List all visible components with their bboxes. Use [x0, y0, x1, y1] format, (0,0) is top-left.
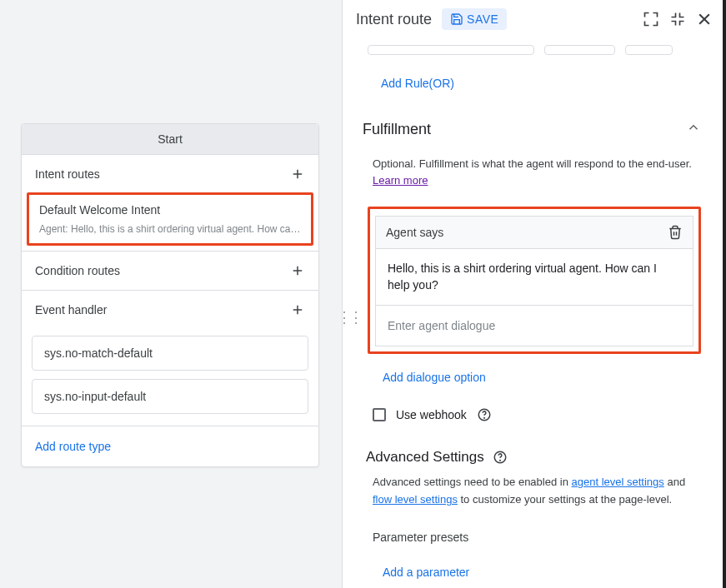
- flow-level-settings-link[interactable]: flow level settings: [373, 493, 458, 506]
- flow-card: Start Intent routes Default Welcome Inte…: [21, 123, 319, 467]
- event-no-match[interactable]: sys.no-match-default: [32, 336, 308, 371]
- rule-box[interactable]: [368, 45, 534, 55]
- save-button[interactable]: SAVE: [442, 8, 507, 30]
- param-presets-label: Parameter presets: [363, 519, 706, 554]
- add-rule-button[interactable]: Add Rule(OR): [381, 77, 454, 90]
- svg-point-9: [483, 418, 484, 419]
- advanced-settings-label: Advanced Settings: [366, 449, 484, 466]
- delete-icon[interactable]: [668, 225, 683, 240]
- help-icon[interactable]: [493, 450, 508, 465]
- agent-says-highlight: Agent says Hello, this is a shirt orderi…: [368, 207, 701, 354]
- intent-routes-section[interactable]: Intent routes: [22, 154, 318, 193]
- default-welcome-intent-item[interactable]: Default Welcome Intent Agent: Hello, thi…: [27, 192, 313, 246]
- panel-title: Intent route: [356, 11, 432, 28]
- rule-box[interactable]: [625, 45, 673, 55]
- use-webhook-label: Use webhook: [396, 408, 467, 421]
- agent-dialogue-input[interactable]: [376, 306, 693, 346]
- add-condition-route-icon[interactable]: [290, 263, 305, 278]
- flow-start-header[interactable]: Start: [22, 124, 318, 154]
- condition-routes-label: Condition routes: [35, 264, 120, 277]
- add-route-type-button[interactable]: Add route type: [22, 426, 318, 466]
- agent-response-text[interactable]: Hello, this is a shirt ordering virtual …: [376, 249, 693, 306]
- advanced-settings-desc: Advanced settings need to be enabled in …: [363, 474, 706, 519]
- svg-point-11: [499, 461, 500, 461]
- intent-name: Default Welcome Intent: [39, 203, 301, 217]
- panel-resize-handle[interactable]: ⋮⋮: [337, 308, 360, 326]
- fulfillment-header[interactable]: Fulfillment: [363, 120, 706, 156]
- save-label: SAVE: [467, 12, 498, 26]
- agent-says-label: Agent says: [386, 226, 443, 239]
- rule-boxes: [343, 45, 726, 60]
- condition-routes-section[interactable]: Condition routes: [22, 251, 318, 290]
- add-event-handler-icon[interactable]: [290, 302, 305, 317]
- learn-more-link[interactable]: Learn more: [373, 174, 428, 187]
- chevron-up-icon[interactable]: [686, 120, 701, 139]
- use-webhook-checkbox[interactable]: [373, 408, 386, 421]
- event-handler-label: Event handler: [35, 303, 107, 316]
- intent-routes-label: Intent routes: [35, 167, 100, 181]
- event-handler-section[interactable]: Event handler: [22, 290, 318, 329]
- exit-fullscreen-icon[interactable]: [669, 11, 686, 27]
- fullscreen-icon[interactable]: [643, 11, 659, 27]
- add-parameter-button[interactable]: Add a parameter: [383, 566, 469, 579]
- add-intent-route-icon[interactable]: [290, 167, 305, 182]
- fulfillment-desc: Optional. Fulfillment is what the agent …: [363, 156, 706, 192]
- panel-header: Intent route SAVE: [343, 0, 726, 38]
- help-icon[interactable]: [477, 407, 492, 422]
- right-edge: [723, 0, 726, 588]
- agent-level-settings-link[interactable]: agent level settings: [572, 476, 664, 488]
- intent-preview: Agent: Hello, this is a shirt ordering v…: [39, 223, 301, 235]
- close-icon[interactable]: [696, 11, 713, 27]
- add-dialogue-button[interactable]: Add dialogue option: [383, 371, 486, 384]
- event-no-input[interactable]: sys.no-input-default: [32, 379, 308, 414]
- rule-box[interactable]: [544, 45, 615, 55]
- fulfillment-title: Fulfillment: [363, 121, 431, 138]
